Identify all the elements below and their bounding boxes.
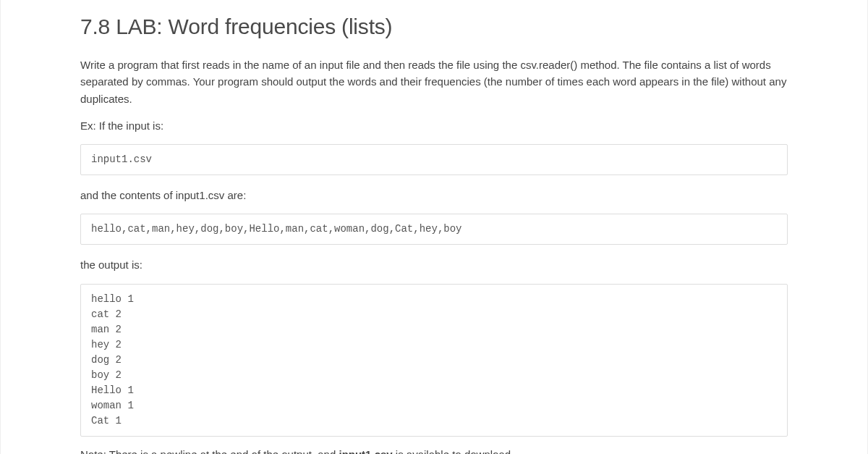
csv-contents-block: hello,cat,man,hey,dog,boy,Hello,man,cat,…	[80, 214, 788, 245]
contents-label: and the contents of input1.csv are:	[80, 187, 788, 203]
note-bold: input1.csv	[339, 448, 392, 455]
note-suffix: is available to download.	[393, 448, 514, 455]
lab-document: 7.8 LAB: Word frequencies (lists) Write …	[0, 0, 868, 454]
output-label: the output is:	[80, 256, 788, 273]
note-prefix: Note: There is a newline at the end of t…	[80, 448, 339, 455]
lab-title: 7.8 LAB: Word frequencies (lists)	[80, 14, 788, 39]
example-label: Ex: If the input is:	[80, 117, 788, 134]
intro-paragraph: Write a program that first reads in the …	[80, 56, 788, 107]
output-example-block: hello 1 cat 2 man 2 hey 2 dog 2 boy 2 He…	[80, 284, 788, 437]
input-example-block: input1.csv	[80, 144, 788, 175]
note-text: Note: There is a newline at the end of t…	[80, 448, 788, 455]
